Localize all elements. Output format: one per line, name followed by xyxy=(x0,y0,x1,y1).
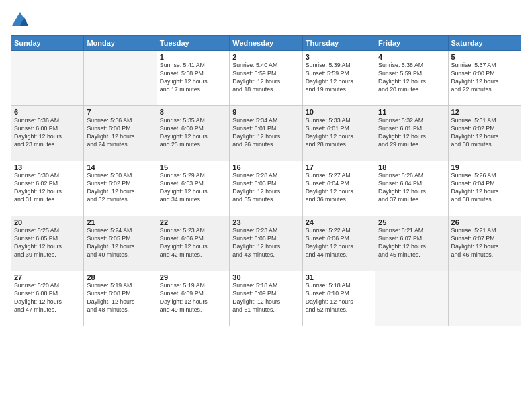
day-number: 30 xyxy=(232,273,299,281)
day-number: 13 xyxy=(14,163,81,171)
day-info: Sunrise: 5:29 AM Sunset: 6:03 PM Dayligh… xyxy=(160,172,226,204)
day-number: 29 xyxy=(160,273,226,281)
calendar-week-row-1: 1Sunrise: 5:41 AM Sunset: 5:58 PM Daylig… xyxy=(11,51,521,106)
calendar-day-cell: 3Sunrise: 5:39 AM Sunset: 5:59 PM Daylig… xyxy=(302,51,375,106)
header xyxy=(11,11,521,30)
calendar-day-cell: 4Sunrise: 5:38 AM Sunset: 5:59 PM Daylig… xyxy=(375,51,448,106)
logo-icon xyxy=(11,11,30,30)
calendar-header-row: SundayMondayTuesdayWednesdayThursdayFrid… xyxy=(11,36,521,51)
day-info: Sunrise: 5:35 AM Sunset: 6:00 PM Dayligh… xyxy=(160,117,226,149)
calendar-week-row-2: 6Sunrise: 5:36 AM Sunset: 6:00 PM Daylig… xyxy=(11,106,521,161)
calendar-day-cell: 23Sunrise: 5:23 AM Sunset: 6:06 PM Dayli… xyxy=(230,216,302,271)
calendar-day-cell: 31Sunrise: 5:18 AM Sunset: 6:10 PM Dayli… xyxy=(302,271,375,326)
calendar-day-cell: 9Sunrise: 5:34 AM Sunset: 6:01 PM Daylig… xyxy=(230,106,302,161)
day-number: 12 xyxy=(451,108,518,116)
day-info: Sunrise: 5:28 AM Sunset: 6:03 PM Dayligh… xyxy=(232,172,299,204)
day-number: 22 xyxy=(160,218,226,226)
calendar-week-row-5: 27Sunrise: 5:20 AM Sunset: 6:08 PM Dayli… xyxy=(11,271,521,326)
calendar-table: SundayMondayTuesdayWednesdayThursdayFrid… xyxy=(11,35,521,326)
day-info: Sunrise: 5:32 AM Sunset: 6:01 PM Dayligh… xyxy=(378,117,445,149)
day-number: 21 xyxy=(87,218,153,226)
calendar-day-cell: 1Sunrise: 5:41 AM Sunset: 5:58 PM Daylig… xyxy=(157,51,229,106)
day-info: Sunrise: 5:26 AM Sunset: 6:04 PM Dayligh… xyxy=(378,172,445,204)
day-info: Sunrise: 5:39 AM Sunset: 5:59 PM Dayligh… xyxy=(306,62,372,94)
day-number: 31 xyxy=(306,273,372,281)
calendar-day-cell xyxy=(448,271,521,326)
calendar-week-row-3: 13Sunrise: 5:30 AM Sunset: 6:02 PM Dayli… xyxy=(11,161,521,216)
day-info: Sunrise: 5:26 AM Sunset: 6:04 PM Dayligh… xyxy=(451,172,518,204)
day-number: 17 xyxy=(306,163,372,171)
day-info: Sunrise: 5:30 AM Sunset: 6:02 PM Dayligh… xyxy=(87,172,153,204)
calendar-header-sunday: Sunday xyxy=(11,36,84,51)
day-info: Sunrise: 5:30 AM Sunset: 6:02 PM Dayligh… xyxy=(14,172,81,204)
calendar-day-cell: 28Sunrise: 5:19 AM Sunset: 6:08 PM Dayli… xyxy=(84,271,157,326)
calendar-day-cell: 8Sunrise: 5:35 AM Sunset: 6:00 PM Daylig… xyxy=(157,106,229,161)
calendar-day-cell: 29Sunrise: 5:19 AM Sunset: 6:09 PM Dayli… xyxy=(157,271,229,326)
day-info: Sunrise: 5:20 AM Sunset: 6:08 PM Dayligh… xyxy=(14,282,81,314)
calendar-day-cell: 15Sunrise: 5:29 AM Sunset: 6:03 PM Dayli… xyxy=(157,161,229,216)
calendar-day-cell: 5Sunrise: 5:37 AM Sunset: 6:00 PM Daylig… xyxy=(448,51,521,106)
calendar-day-cell: 18Sunrise: 5:26 AM Sunset: 6:04 PM Dayli… xyxy=(375,161,448,216)
day-info: Sunrise: 5:23 AM Sunset: 6:06 PM Dayligh… xyxy=(232,227,299,259)
calendar-container: SundayMondayTuesdayWednesdayThursdayFrid… xyxy=(0,0,532,411)
calendar-day-cell: 14Sunrise: 5:30 AM Sunset: 6:02 PM Dayli… xyxy=(84,161,157,216)
day-info: Sunrise: 5:31 AM Sunset: 6:02 PM Dayligh… xyxy=(451,117,518,149)
calendar-day-cell: 25Sunrise: 5:21 AM Sunset: 6:07 PM Dayli… xyxy=(375,216,448,271)
day-number: 27 xyxy=(14,273,81,281)
calendar-day-cell xyxy=(11,51,84,106)
calendar-day-cell: 22Sunrise: 5:23 AM Sunset: 6:06 PM Dayli… xyxy=(157,216,229,271)
day-info: Sunrise: 5:27 AM Sunset: 6:04 PM Dayligh… xyxy=(306,172,372,204)
day-number: 2 xyxy=(232,53,299,61)
day-number: 23 xyxy=(232,218,299,226)
calendar-day-cell: 13Sunrise: 5:30 AM Sunset: 6:02 PM Dayli… xyxy=(11,161,84,216)
calendar-day-cell: 17Sunrise: 5:27 AM Sunset: 6:04 PM Dayli… xyxy=(302,161,375,216)
day-info: Sunrise: 5:19 AM Sunset: 6:09 PM Dayligh… xyxy=(160,282,226,314)
calendar-day-cell: 12Sunrise: 5:31 AM Sunset: 6:02 PM Dayli… xyxy=(448,106,521,161)
calendar-header-saturday: Saturday xyxy=(448,36,521,51)
day-number: 14 xyxy=(87,163,153,171)
day-info: Sunrise: 5:19 AM Sunset: 6:08 PM Dayligh… xyxy=(87,282,153,314)
day-number: 7 xyxy=(87,108,153,116)
calendar-day-cell: 27Sunrise: 5:20 AM Sunset: 6:08 PM Dayli… xyxy=(11,271,84,326)
calendar-header-thursday: Thursday xyxy=(302,36,375,51)
day-info: Sunrise: 5:38 AM Sunset: 5:59 PM Dayligh… xyxy=(378,62,445,94)
calendar-day-cell: 10Sunrise: 5:33 AM Sunset: 6:01 PM Dayli… xyxy=(302,106,375,161)
day-info: Sunrise: 5:18 AM Sunset: 6:09 PM Dayligh… xyxy=(232,282,299,314)
calendar-week-row-4: 20Sunrise: 5:25 AM Sunset: 6:05 PM Dayli… xyxy=(11,216,521,271)
day-info: Sunrise: 5:23 AM Sunset: 6:06 PM Dayligh… xyxy=(160,227,226,259)
calendar-day-cell: 16Sunrise: 5:28 AM Sunset: 6:03 PM Dayli… xyxy=(230,161,302,216)
calendar-header-monday: Monday xyxy=(84,36,157,51)
day-number: 9 xyxy=(232,108,299,116)
calendar-day-cell: 11Sunrise: 5:32 AM Sunset: 6:01 PM Dayli… xyxy=(375,106,448,161)
calendar-day-cell xyxy=(375,271,448,326)
day-info: Sunrise: 5:40 AM Sunset: 5:59 PM Dayligh… xyxy=(232,62,299,94)
calendar-day-cell: 20Sunrise: 5:25 AM Sunset: 6:05 PM Dayli… xyxy=(11,216,84,271)
calendar-day-cell: 2Sunrise: 5:40 AM Sunset: 5:59 PM Daylig… xyxy=(230,51,302,106)
day-number: 28 xyxy=(87,273,153,281)
day-number: 10 xyxy=(306,108,372,116)
day-info: Sunrise: 5:37 AM Sunset: 6:00 PM Dayligh… xyxy=(451,62,518,94)
day-number: 3 xyxy=(306,53,372,61)
day-info: Sunrise: 5:21 AM Sunset: 6:07 PM Dayligh… xyxy=(451,227,518,259)
calendar-day-cell: 21Sunrise: 5:24 AM Sunset: 6:05 PM Dayli… xyxy=(84,216,157,271)
calendar-day-cell: 19Sunrise: 5:26 AM Sunset: 6:04 PM Dayli… xyxy=(448,161,521,216)
day-number: 24 xyxy=(306,218,372,226)
day-number: 19 xyxy=(451,163,518,171)
day-number: 4 xyxy=(378,53,445,61)
day-number: 1 xyxy=(160,53,226,61)
day-number: 26 xyxy=(451,218,518,226)
day-info: Sunrise: 5:33 AM Sunset: 6:01 PM Dayligh… xyxy=(306,117,372,149)
day-number: 25 xyxy=(378,218,445,226)
logo xyxy=(11,11,32,30)
day-number: 11 xyxy=(378,108,445,116)
calendar-day-cell: 7Sunrise: 5:36 AM Sunset: 6:00 PM Daylig… xyxy=(84,106,157,161)
calendar-day-cell: 26Sunrise: 5:21 AM Sunset: 6:07 PM Dayli… xyxy=(448,216,521,271)
calendar-header-friday: Friday xyxy=(375,36,448,51)
day-number: 5 xyxy=(451,53,518,61)
day-number: 20 xyxy=(14,218,81,226)
day-info: Sunrise: 5:34 AM Sunset: 6:01 PM Dayligh… xyxy=(232,117,299,149)
day-info: Sunrise: 5:25 AM Sunset: 6:05 PM Dayligh… xyxy=(14,227,81,259)
calendar-day-cell xyxy=(84,51,157,106)
calendar-day-cell: 24Sunrise: 5:22 AM Sunset: 6:06 PM Dayli… xyxy=(302,216,375,271)
day-info: Sunrise: 5:22 AM Sunset: 6:06 PM Dayligh… xyxy=(306,227,372,259)
